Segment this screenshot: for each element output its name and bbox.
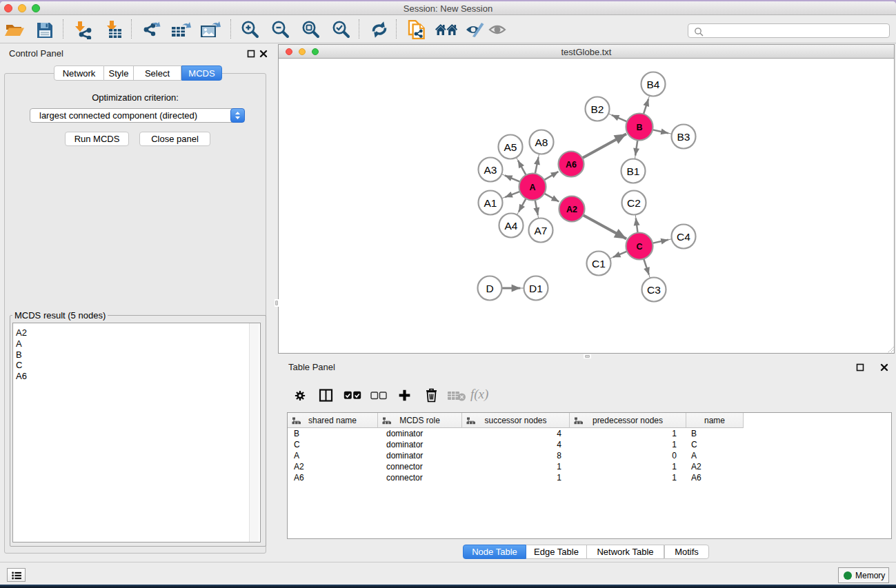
svg-text:B: B	[636, 123, 642, 132]
svg-text:B3: B3	[677, 131, 690, 143]
svg-text:A2: A2	[566, 205, 577, 214]
svg-text:C1: C1	[592, 258, 606, 270]
svg-text:A3: A3	[484, 164, 497, 176]
svg-text:D: D	[486, 283, 493, 294]
svg-text:C: C	[636, 242, 642, 252]
svg-text:D1: D1	[529, 283, 543, 294]
svg-text:C2: C2	[627, 197, 641, 209]
svg-text:C3: C3	[647, 284, 661, 296]
svg-text:A: A	[529, 183, 535, 192]
svg-text:A7: A7	[535, 225, 548, 236]
svg-text:A1: A1	[484, 197, 497, 209]
svg-text:A4: A4	[505, 220, 518, 232]
svg-text:A8: A8	[535, 136, 548, 148]
svg-text:C4: C4	[677, 231, 690, 243]
svg-text:A6: A6	[566, 160, 577, 170]
svg-text:B2: B2	[591, 103, 604, 115]
svg-text:A5: A5	[504, 141, 517, 153]
svg-text:B4: B4	[647, 79, 660, 90]
svg-text:B1: B1	[627, 165, 640, 177]
